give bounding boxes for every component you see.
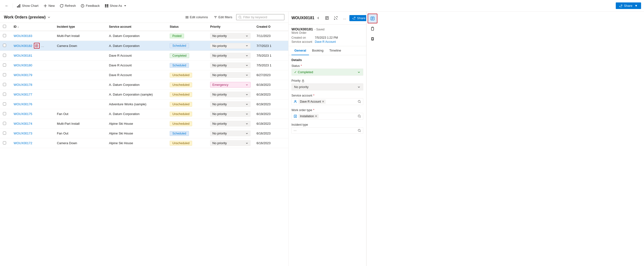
detail-share-button[interactable]: Share [350, 15, 366, 21]
detail-more-icon-btn[interactable]: … [341, 14, 348, 22]
tab-general[interactable]: General [292, 46, 309, 55]
sidebar-clipboard-button[interactable] [368, 24, 378, 33]
edit-columns-button[interactable]: Edit columns [183, 14, 210, 20]
row-incident-cell: Multi-Part Install [54, 31, 106, 41]
incident-search-icon[interactable] [358, 129, 361, 132]
sa-remove-btn[interactable]: ✕ [322, 100, 324, 103]
row-checkbox[interactable] [3, 34, 6, 37]
tab-booking[interactable]: Booking [309, 46, 326, 55]
header-priority[interactable]: Priority [207, 23, 254, 31]
row-status-cell: Unscheduled [167, 119, 207, 129]
row-id-cell: WOUX00181 [11, 51, 54, 60]
sa-search-icon[interactable] [358, 100, 361, 103]
row-priority-dropdown[interactable]: Emergency [210, 82, 250, 87]
share-button-top[interactable]: Share ▼ [616, 2, 641, 9]
row-id-link[interactable]: WOUX00178 [14, 83, 32, 87]
row-id-link[interactable]: WOUX00179 [14, 73, 32, 77]
row-id-link[interactable]: WOUX00177 [14, 93, 32, 96]
row-status-badge: Unscheduled [170, 141, 192, 146]
title-chevron-icon[interactable] [47, 15, 51, 19]
wot-search-icon[interactable] [358, 115, 361, 118]
row-status-badge: Scheduled [170, 63, 189, 68]
feedback-button[interactable]: Feedback [79, 3, 102, 9]
row-checkbox[interactable] [3, 63, 6, 67]
refresh-button[interactable]: Refresh [58, 3, 78, 9]
row-priority-dropdown[interactable]: No priority [210, 101, 250, 107]
row-id-link[interactable]: WOUX00183 [14, 34, 32, 38]
filter-keyword-input[interactable] [243, 15, 282, 19]
edit-filters-button[interactable]: Edit filters [212, 14, 234, 20]
row-priority-dropdown[interactable]: No priority [210, 43, 250, 49]
row-checkbox[interactable] [3, 93, 6, 96]
service-account-value[interactable]: Dave R Account [315, 40, 336, 43]
row-checkbox[interactable] [3, 132, 6, 135]
detail-header: WOUX00181 … [288, 12, 366, 24]
row-priority-dropdown[interactable]: No priority [210, 62, 250, 68]
incident-type-field-value[interactable]: --- [292, 127, 363, 134]
tab-timeline[interactable]: Timeline [326, 46, 344, 55]
svg-rect-0 [17, 6, 18, 7]
status-required-marker: * [301, 64, 302, 68]
work-order-type-field-value[interactable]: Installation ✕ [292, 113, 363, 120]
service-account-field-value[interactable]: Dave R Account ✕ [292, 98, 363, 105]
row-id-link[interactable]: WOUX00173 [14, 132, 32, 135]
row-status-cell: Unscheduled [167, 90, 207, 99]
detail-wo-number: WOUX00181 [292, 27, 313, 31]
header-id[interactable]: ID ↓ [11, 23, 54, 31]
row-priority-dropdown[interactable]: No priority [210, 33, 250, 39]
row-more-btn[interactable]: … [41, 44, 44, 48]
sidebar-delete-button[interactable] [368, 34, 378, 44]
incident-type-placeholder: --- [294, 129, 296, 132]
row-status-cell: Unscheduled [167, 99, 207, 109]
header-status[interactable]: Status [167, 23, 207, 31]
form-open-icon[interactable] [34, 43, 40, 49]
priority-field-value[interactable]: No priority [292, 83, 363, 90]
sidebar-form-button[interactable] [368, 14, 378, 23]
header-service[interactable]: Service account [106, 23, 167, 31]
row-priority-dropdown[interactable]: No priority [210, 140, 250, 146]
row-id-link[interactable]: WOUX00176 [14, 102, 32, 106]
wot-field-label: Work order type * [292, 108, 363, 112]
header-incident[interactable]: Incident type [54, 23, 106, 31]
status-field-value[interactable]: ✓ Completed [292, 69, 363, 76]
show-chart-button[interactable]: Show Chart [15, 3, 40, 9]
priority-chevron [246, 74, 248, 77]
row-checkbox[interactable] [3, 122, 6, 125]
row-checkbox[interactable] [3, 44, 6, 47]
row-id-link[interactable]: WOUX00174 [14, 122, 32, 125]
row-created-cell: 7/7/2023 1 [254, 41, 288, 51]
row-checkbox[interactable] [3, 112, 6, 115]
row-priority-dropdown[interactable]: No priority [210, 111, 250, 117]
row-status-cell: Completed [167, 51, 207, 60]
id-cell-content: WOUX00182 … [14, 43, 51, 49]
row-priority-dropdown[interactable]: No priority [210, 92, 250, 97]
detail-expand-icon-btn[interactable] [332, 14, 340, 22]
header-created[interactable]: Created O [254, 23, 288, 31]
wot-remove-btn[interactable]: ✕ [315, 115, 317, 118]
detail-wo-type: Work Order [292, 31, 363, 34]
row-id-link[interactable]: WOUX00181 [14, 54, 32, 57]
row-checkbox[interactable] [3, 102, 6, 105]
priority-label-text: Priority [292, 79, 300, 82]
row-priority-dropdown[interactable]: No priority [210, 72, 250, 78]
new-button[interactable]: New [42, 3, 57, 9]
row-priority-dropdown[interactable]: No priority [210, 131, 250, 136]
select-all-checkbox[interactable] [3, 25, 6, 28]
row-checkbox[interactable] [3, 83, 6, 86]
row-priority-dropdown[interactable]: No priority [210, 121, 250, 126]
show-as-button[interactable]: Show As [103, 3, 129, 9]
svg-point-16 [358, 129, 360, 132]
detail-nav-prev[interactable] [314, 14, 322, 22]
detail-form-icon-btn[interactable] [323, 14, 331, 22]
row-checkbox[interactable] [3, 54, 6, 57]
form-icon [325, 16, 329, 20]
row-priority-dropdown[interactable]: No priority [210, 53, 250, 58]
row-id-cell: WOUX00176 [11, 99, 54, 109]
row-id-link[interactable]: WOUX00182 [14, 44, 32, 48]
row-checkbox[interactable] [3, 73, 6, 76]
row-id-link[interactable]: WOUX00175 [14, 112, 32, 116]
row-id-link[interactable]: WOUX00180 [14, 63, 32, 67]
row-checkbox[interactable] [3, 141, 6, 144]
back-button[interactable]: ← [3, 2, 11, 9]
row-id-link[interactable]: WOUX00172 [14, 141, 32, 145]
